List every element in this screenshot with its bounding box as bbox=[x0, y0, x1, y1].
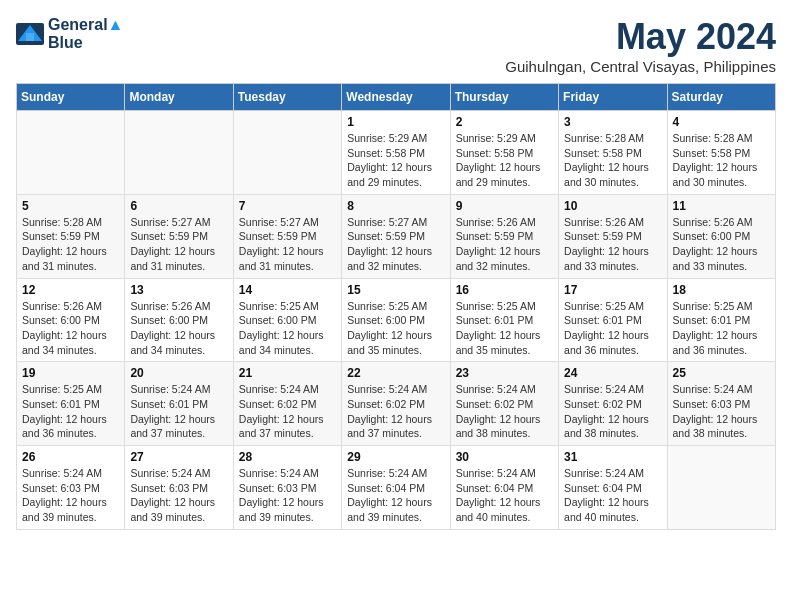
day-info: Sunrise: 5:26 AMSunset: 5:59 PMDaylight:… bbox=[456, 215, 553, 274]
calendar-cell: 6Sunrise: 5:27 AMSunset: 5:59 PMDaylight… bbox=[125, 194, 233, 278]
logo: General▲ Blue bbox=[16, 16, 123, 51]
calendar-cell: 26Sunrise: 5:24 AMSunset: 6:03 PMDayligh… bbox=[17, 446, 125, 530]
calendar-cell bbox=[233, 111, 341, 195]
calendar-cell: 11Sunrise: 5:26 AMSunset: 6:00 PMDayligh… bbox=[667, 194, 775, 278]
day-number: 21 bbox=[239, 366, 336, 380]
day-info: Sunrise: 5:25 AMSunset: 6:01 PMDaylight:… bbox=[22, 382, 119, 441]
calendar-cell: 7Sunrise: 5:27 AMSunset: 5:59 PMDaylight… bbox=[233, 194, 341, 278]
calendar-cell bbox=[667, 446, 775, 530]
day-info: Sunrise: 5:24 AMSunset: 6:01 PMDaylight:… bbox=[130, 382, 227, 441]
day-number: 26 bbox=[22, 450, 119, 464]
day-number: 28 bbox=[239, 450, 336, 464]
day-number: 19 bbox=[22, 366, 119, 380]
calendar-cell: 22Sunrise: 5:24 AMSunset: 6:02 PMDayligh… bbox=[342, 362, 450, 446]
calendar-cell: 9Sunrise: 5:26 AMSunset: 5:59 PMDaylight… bbox=[450, 194, 558, 278]
calendar-cell: 3Sunrise: 5:28 AMSunset: 5:58 PMDaylight… bbox=[559, 111, 667, 195]
day-number: 23 bbox=[456, 366, 553, 380]
day-info: Sunrise: 5:24 AMSunset: 6:02 PMDaylight:… bbox=[347, 382, 444, 441]
day-number: 29 bbox=[347, 450, 444, 464]
calendar-cell: 5Sunrise: 5:28 AMSunset: 5:59 PMDaylight… bbox=[17, 194, 125, 278]
calendar-header-wednesday: Wednesday bbox=[342, 84, 450, 111]
day-number: 31 bbox=[564, 450, 661, 464]
day-info: Sunrise: 5:29 AMSunset: 5:58 PMDaylight:… bbox=[456, 131, 553, 190]
day-info: Sunrise: 5:25 AMSunset: 6:00 PMDaylight:… bbox=[239, 299, 336, 358]
calendar-header-row: SundayMondayTuesdayWednesdayThursdayFrid… bbox=[17, 84, 776, 111]
day-info: Sunrise: 5:28 AMSunset: 5:58 PMDaylight:… bbox=[564, 131, 661, 190]
calendar-week-4: 19Sunrise: 5:25 AMSunset: 6:01 PMDayligh… bbox=[17, 362, 776, 446]
calendar-week-3: 12Sunrise: 5:26 AMSunset: 6:00 PMDayligh… bbox=[17, 278, 776, 362]
day-info: Sunrise: 5:24 AMSunset: 6:02 PMDaylight:… bbox=[564, 382, 661, 441]
calendar-cell: 14Sunrise: 5:25 AMSunset: 6:00 PMDayligh… bbox=[233, 278, 341, 362]
day-number: 24 bbox=[564, 366, 661, 380]
calendar-cell: 20Sunrise: 5:24 AMSunset: 6:01 PMDayligh… bbox=[125, 362, 233, 446]
calendar-table: SundayMondayTuesdayWednesdayThursdayFrid… bbox=[16, 83, 776, 530]
day-info: Sunrise: 5:24 AMSunset: 6:02 PMDaylight:… bbox=[456, 382, 553, 441]
day-info: Sunrise: 5:24 AMSunset: 6:03 PMDaylight:… bbox=[239, 466, 336, 525]
day-number: 8 bbox=[347, 199, 444, 213]
calendar-cell: 10Sunrise: 5:26 AMSunset: 5:59 PMDayligh… bbox=[559, 194, 667, 278]
calendar-cell: 25Sunrise: 5:24 AMSunset: 6:03 PMDayligh… bbox=[667, 362, 775, 446]
day-info: Sunrise: 5:26 AMSunset: 5:59 PMDaylight:… bbox=[564, 215, 661, 274]
calendar-cell: 21Sunrise: 5:24 AMSunset: 6:02 PMDayligh… bbox=[233, 362, 341, 446]
calendar-body: 1Sunrise: 5:29 AMSunset: 5:58 PMDaylight… bbox=[17, 111, 776, 530]
calendar-cell: 30Sunrise: 5:24 AMSunset: 6:04 PMDayligh… bbox=[450, 446, 558, 530]
day-number: 1 bbox=[347, 115, 444, 129]
svg-rect-2 bbox=[26, 33, 34, 41]
day-number: 3 bbox=[564, 115, 661, 129]
calendar-cell: 17Sunrise: 5:25 AMSunset: 6:01 PMDayligh… bbox=[559, 278, 667, 362]
day-info: Sunrise: 5:24 AMSunset: 6:03 PMDaylight:… bbox=[130, 466, 227, 525]
day-number: 10 bbox=[564, 199, 661, 213]
calendar-header-tuesday: Tuesday bbox=[233, 84, 341, 111]
day-info: Sunrise: 5:24 AMSunset: 6:04 PMDaylight:… bbox=[347, 466, 444, 525]
day-number: 4 bbox=[673, 115, 770, 129]
calendar-cell: 23Sunrise: 5:24 AMSunset: 6:02 PMDayligh… bbox=[450, 362, 558, 446]
day-number: 9 bbox=[456, 199, 553, 213]
day-info: Sunrise: 5:29 AMSunset: 5:58 PMDaylight:… bbox=[347, 131, 444, 190]
calendar-cell: 13Sunrise: 5:26 AMSunset: 6:00 PMDayligh… bbox=[125, 278, 233, 362]
day-info: Sunrise: 5:24 AMSunset: 6:04 PMDaylight:… bbox=[456, 466, 553, 525]
day-info: Sunrise: 5:28 AMSunset: 5:58 PMDaylight:… bbox=[673, 131, 770, 190]
day-info: Sunrise: 5:24 AMSunset: 6:03 PMDaylight:… bbox=[22, 466, 119, 525]
calendar-cell: 19Sunrise: 5:25 AMSunset: 6:01 PMDayligh… bbox=[17, 362, 125, 446]
day-info: Sunrise: 5:26 AMSunset: 6:00 PMDaylight:… bbox=[130, 299, 227, 358]
day-number: 13 bbox=[130, 283, 227, 297]
calendar-cell: 8Sunrise: 5:27 AMSunset: 5:59 PMDaylight… bbox=[342, 194, 450, 278]
calendar-cell: 16Sunrise: 5:25 AMSunset: 6:01 PMDayligh… bbox=[450, 278, 558, 362]
day-number: 17 bbox=[564, 283, 661, 297]
day-info: Sunrise: 5:25 AMSunset: 6:01 PMDaylight:… bbox=[564, 299, 661, 358]
day-info: Sunrise: 5:25 AMSunset: 6:01 PMDaylight:… bbox=[456, 299, 553, 358]
day-info: Sunrise: 5:28 AMSunset: 5:59 PMDaylight:… bbox=[22, 215, 119, 274]
day-number: 22 bbox=[347, 366, 444, 380]
day-info: Sunrise: 5:24 AMSunset: 6:02 PMDaylight:… bbox=[239, 382, 336, 441]
calendar-week-5: 26Sunrise: 5:24 AMSunset: 6:03 PMDayligh… bbox=[17, 446, 776, 530]
day-info: Sunrise: 5:26 AMSunset: 6:00 PMDaylight:… bbox=[22, 299, 119, 358]
calendar-cell: 15Sunrise: 5:25 AMSunset: 6:00 PMDayligh… bbox=[342, 278, 450, 362]
day-number: 2 bbox=[456, 115, 553, 129]
day-info: Sunrise: 5:26 AMSunset: 6:00 PMDaylight:… bbox=[673, 215, 770, 274]
calendar-header-thursday: Thursday bbox=[450, 84, 558, 111]
logo-text: General▲ Blue bbox=[48, 16, 123, 51]
calendar-cell: 1Sunrise: 5:29 AMSunset: 5:58 PMDaylight… bbox=[342, 111, 450, 195]
day-info: Sunrise: 5:25 AMSunset: 6:01 PMDaylight:… bbox=[673, 299, 770, 358]
calendar-cell: 4Sunrise: 5:28 AMSunset: 5:58 PMDaylight… bbox=[667, 111, 775, 195]
day-number: 11 bbox=[673, 199, 770, 213]
page-header: General▲ Blue May 2024 Guihulngan, Centr… bbox=[16, 16, 776, 75]
day-number: 6 bbox=[130, 199, 227, 213]
calendar-cell: 24Sunrise: 5:24 AMSunset: 6:02 PMDayligh… bbox=[559, 362, 667, 446]
day-number: 15 bbox=[347, 283, 444, 297]
calendar-header-monday: Monday bbox=[125, 84, 233, 111]
day-number: 12 bbox=[22, 283, 119, 297]
day-number: 18 bbox=[673, 283, 770, 297]
logo-icon bbox=[16, 23, 44, 45]
calendar-cell: 27Sunrise: 5:24 AMSunset: 6:03 PMDayligh… bbox=[125, 446, 233, 530]
day-info: Sunrise: 5:24 AMSunset: 6:03 PMDaylight:… bbox=[673, 382, 770, 441]
day-number: 27 bbox=[130, 450, 227, 464]
calendar-header-saturday: Saturday bbox=[667, 84, 775, 111]
calendar-week-1: 1Sunrise: 5:29 AMSunset: 5:58 PMDaylight… bbox=[17, 111, 776, 195]
day-info: Sunrise: 5:25 AMSunset: 6:00 PMDaylight:… bbox=[347, 299, 444, 358]
month-title: May 2024 bbox=[505, 16, 776, 58]
calendar-cell: 31Sunrise: 5:24 AMSunset: 6:04 PMDayligh… bbox=[559, 446, 667, 530]
day-info: Sunrise: 5:24 AMSunset: 6:04 PMDaylight:… bbox=[564, 466, 661, 525]
calendar-cell bbox=[125, 111, 233, 195]
day-number: 5 bbox=[22, 199, 119, 213]
